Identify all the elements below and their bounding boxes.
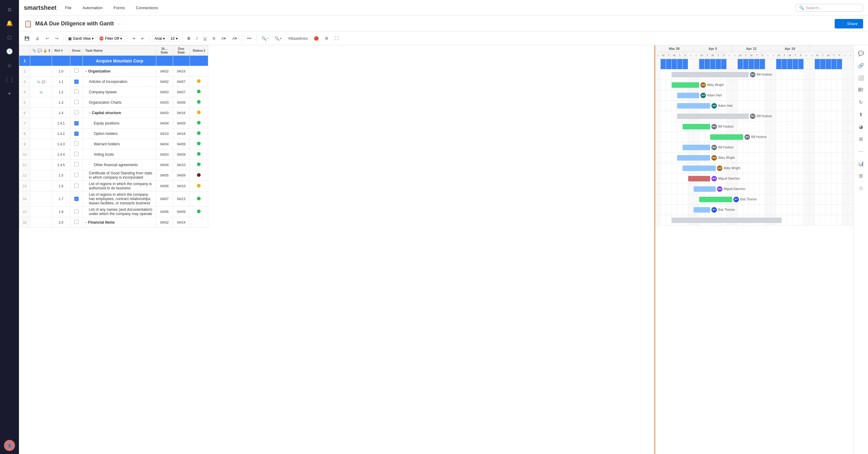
bold-button[interactable]: B [185,35,193,42]
search-bar[interactable]: 🔍 Search... [796,4,863,11]
critical-path-button[interactable]: 🔴 [311,35,321,42]
sidebar-sheets-icon[interactable]: □ [3,31,16,43]
indent-button[interactable]: ⇥ [129,35,137,42]
checkbox[interactable]: ✓ [74,80,79,84]
checkbox[interactable]: ✓ [74,121,79,125]
panel-barchart-icon[interactable]: 📊 [856,158,866,168]
gantt-cell [782,90,787,100]
panel-diamond-icon[interactable]: ◇ [856,183,866,193]
gantt-cell [842,121,848,131]
done-cell[interactable]: ✓ [70,118,83,128]
gantt-area[interactable]: Mar 29Apr 5Apr 12Apr 19 SMTWTFSSMTWTFSSM… [654,45,853,454]
subsection-collapse-icon[interactable]: − [89,111,91,115]
save-button[interactable]: 💾 [22,35,32,42]
print-button[interactable]: 🖨 [33,35,42,42]
panel-layers-icon[interactable]: ⬜ [856,73,866,83]
done-cell[interactable]: ✓ [70,191,83,207]
checkbox[interactable] [74,100,79,104]
checkbox[interactable] [74,110,79,114]
done-cell[interactable]: ✓ [70,77,83,87]
share-button[interactable]: 👤 Share [835,19,863,28]
gantt-cell [815,101,820,111]
gantt-cell [743,121,749,131]
gantt-day-label: T [831,52,837,59]
checkbox[interactable]: ✓ [74,131,79,136]
gantt-cell [804,59,809,69]
text-color-button[interactable]: A▾ [230,35,240,42]
sidebar-star-icon[interactable]: ☆ [3,59,16,71]
done-cell[interactable]: ✓ [70,128,83,139]
done-cell[interactable] [70,217,83,228]
baselines-button[interactable]: ≡ Baselines [286,35,310,42]
undo-button[interactable]: ↩ [43,35,51,42]
more-options-button[interactable]: ••• [245,35,254,42]
panel-link-icon[interactable]: 🔗 [856,61,866,70]
panel-network-icon[interactable]: ⋯ [856,146,866,156]
redo-button[interactable]: ↪ [53,35,61,42]
panel-pie-icon[interactable]: ◕ [856,122,866,131]
done-cell[interactable] [70,207,83,217]
done-cell[interactable] [70,87,83,97]
sidebar-add-icon[interactable]: + [3,88,16,100]
sidebar-notification-icon[interactable]: 🔔 [3,17,16,29]
font-selector[interactable]: Arial ▾ [152,35,167,42]
panel-table-icon[interactable]: ⊞ [856,134,866,144]
fullscreen-button[interactable]: ⛶ [332,35,341,42]
section-collapse-icon[interactable]: − [85,221,87,224]
checkbox[interactable]: ✓ [74,197,79,201]
menu-file[interactable]: File [63,4,74,11]
star-icon[interactable]: ☆ [117,21,121,27]
gantt-day-label: W [710,52,716,59]
panel-upload-icon[interactable]: ⬆ [856,110,866,119]
zoom-out-button[interactable]: 🔍− [259,35,271,42]
done-cell[interactable] [70,66,83,77]
done-cell[interactable] [70,56,83,66]
underline-button[interactable]: U [201,35,209,42]
task-name: Warrant holders [83,139,156,149]
checkbox[interactable] [74,184,79,188]
view-selector[interactable]: ▦ Gantt View ▾ [66,35,96,42]
settings-button[interactable]: ⚙ [322,35,331,42]
checkbox[interactable] [74,209,79,214]
panel-refresh-icon[interactable]: ↻ [856,97,866,107]
done-cell[interactable] [70,170,83,181]
italic-button[interactable]: I [194,35,200,42]
done-cell[interactable] [70,139,83,149]
table-body: 1Acquire Mountain Corp21.0−Organization0… [19,56,208,228]
outdent-button[interactable]: ⇤ [139,35,147,42]
done-cell[interactable] [70,160,83,170]
sidebar-recent-icon[interactable]: 🕐 [3,45,16,58]
zoom-in-button[interactable]: 🔍+ [272,35,284,42]
fill-color-button[interactable]: A▾ [219,35,229,42]
menu-connections[interactable]: Connections [133,4,160,11]
gantt-cell [688,132,694,142]
done-cell[interactable] [70,97,83,108]
font-size-selector[interactable]: 10 ▾ [168,35,180,42]
spreadsheet[interactable]: 📎 💬 🔒 ℹ Ref # Done [19,45,654,454]
checkbox[interactable] [74,220,79,224]
panel-grid-icon[interactable]: ⊞ [856,171,866,181]
section-collapse-icon[interactable]: − [85,70,87,73]
done-cell[interactable] [70,149,83,160]
done-cell[interactable] [70,181,83,191]
panel-bold-icon[interactable]: B! [856,85,866,95]
row-icons [30,66,52,77]
sidebar-apps-icon[interactable]: ⋮⋮ [3,73,16,86]
sidebar-home-icon[interactable]: ⌂ [3,3,16,15]
checkbox[interactable] [74,152,79,156]
ref-num: 1.0 [52,66,70,77]
panel-chat-icon[interactable]: 💬 [856,48,866,58]
checkbox[interactable] [74,89,79,94]
sidebar-avatar[interactable]: 👤 [4,440,15,451]
done-cell[interactable] [70,108,83,118]
strikethrough-button[interactable]: S [210,35,218,42]
menu-forms[interactable]: Forms [111,4,127,11]
checkbox[interactable] [74,68,79,73]
checkbox[interactable] [74,173,79,177]
filter-selector[interactable]: ⛔ Filter Off ▾ [97,35,124,42]
menu-automation[interactable]: Automation [80,4,105,11]
gantt-cell [848,174,853,184]
gantt-cell [815,184,820,194]
checkbox[interactable] [74,162,79,167]
checkbox[interactable] [74,141,79,146]
